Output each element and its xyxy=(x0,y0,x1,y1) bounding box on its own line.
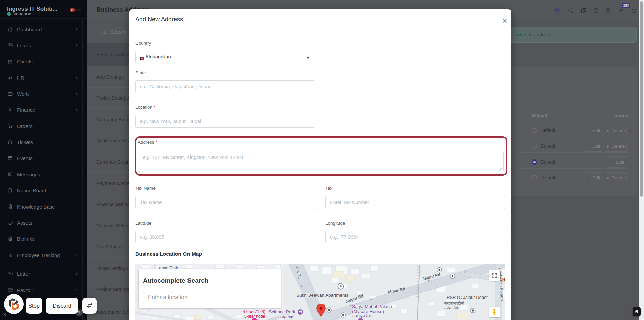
modal-title: Add New Address xyxy=(135,16,183,23)
edit-button[interactable]: Edit xyxy=(584,141,603,152)
sidebar-item-label: HR xyxy=(17,75,24,81)
default-label: Default xyxy=(540,175,555,180)
default-radio[interactable] xyxy=(532,144,537,149)
edit-button-label: Edit xyxy=(592,175,600,180)
delete-button[interactable]: Delete xyxy=(604,141,627,152)
map-label-science-park: Science Park xyxy=(269,309,296,314)
chevron-right-icon xyxy=(74,43,79,48)
sidebar-item-biolinks[interactable]: Biolinks xyxy=(0,231,87,247)
chevron-right-icon xyxy=(74,107,79,112)
brand-mini-logo: IN xyxy=(70,8,75,12)
envelope-icon xyxy=(7,271,13,277)
close-icon[interactable]: ✕ xyxy=(501,17,508,25)
pencil-icon xyxy=(587,144,591,148)
edit-button-label: Edit xyxy=(616,159,624,165)
sidebar-item-employee-tracking[interactable]: Employee Tracking xyxy=(0,247,87,263)
stop-button[interactable]: Stop xyxy=(26,298,42,314)
user-name[interactable]: Vandana xyxy=(13,11,31,16)
location-input[interactable] xyxy=(135,115,315,128)
pegman-button[interactable] xyxy=(489,307,500,317)
map-label-red-fragment: HA xyxy=(502,278,505,282)
edit-button[interactable]: Edit xyxy=(608,156,627,168)
map-container[interactable]: ghan Path ank Rd Jaipur Rd Ajmer Rd Jaip… xyxy=(135,264,505,320)
trash-icon xyxy=(606,176,610,180)
map-label-science-hindi: साइंस पार्क xyxy=(279,315,294,319)
sidebar-item-label: Tickets xyxy=(17,139,33,145)
pencil-icon xyxy=(610,160,614,164)
badge-icon xyxy=(7,236,13,242)
sidebar-item-clients[interactable]: Clients xyxy=(0,53,87,70)
chevron-right-icon xyxy=(74,27,79,32)
sidebar-item-hr[interactable]: HR xyxy=(0,70,87,86)
country-flag xyxy=(140,55,144,61)
star-icon: ★ xyxy=(249,310,253,314)
latitude-input[interactable] xyxy=(135,231,315,243)
map-label-satya-2: (Mysore House) xyxy=(352,309,384,314)
sidebar-item-label: Work xyxy=(17,91,29,97)
edit-button[interactable]: Edit xyxy=(584,125,603,136)
address-textarea[interactable] xyxy=(139,152,504,172)
calendar-icon xyxy=(7,155,13,161)
chat-icon xyxy=(7,172,13,177)
dollar-icon xyxy=(7,107,13,113)
map-label-rsrtc: RSRTC Jaipur Depot xyxy=(447,295,488,300)
latitude-label: Latitude xyxy=(135,221,151,226)
sidebar-item-assets[interactable]: Assets xyxy=(0,215,87,231)
column-header-action: Action xyxy=(614,113,628,118)
idcard-icon xyxy=(7,43,13,48)
autocomplete-input[interactable] xyxy=(143,291,276,304)
default-radio[interactable] xyxy=(532,175,537,180)
sidebar-item-finance[interactable]: Finance xyxy=(0,102,87,118)
location-label-text: Location xyxy=(135,105,152,110)
state-label: State xyxy=(135,70,146,75)
sidebar-item-leads[interactable]: Leads xyxy=(0,37,87,53)
map-label-satya-hindi: सत्य महल पैलेस xyxy=(352,314,373,318)
scrollbar-thumb[interactable] xyxy=(640,1,643,197)
sidebar-item-label: Employee Tracking xyxy=(17,252,60,258)
map-label-rating: 4.6 xyxy=(243,309,248,314)
default-radio[interactable] xyxy=(532,159,537,165)
sidebar-item-messages[interactable]: Messages xyxy=(0,166,87,182)
required-asterisk: * xyxy=(154,105,155,110)
sidebar-item-label: Dashboard xyxy=(17,27,42,32)
location-label: Location* xyxy=(135,105,155,110)
swap-button[interactable] xyxy=(82,298,97,314)
delete-button-label: Delete xyxy=(611,128,625,133)
sidebar-item-notice-board[interactable]: Notice Board xyxy=(0,182,87,198)
longitude-input[interactable] xyxy=(325,231,505,243)
sidebar-item-tickets[interactable]: Tickets xyxy=(0,134,87,150)
sidebar-item-letter[interactable]: Letter xyxy=(0,266,87,282)
tax-name-input[interactable] xyxy=(135,196,315,209)
discard-button[interactable]: Discard xyxy=(46,298,78,314)
tax-input[interactable] xyxy=(325,196,505,209)
pencil-icon xyxy=(587,176,591,180)
map-fullscreen-button[interactable] xyxy=(489,270,500,281)
edit-button[interactable]: Edit xyxy=(584,172,603,183)
tax-label: Tax xyxy=(325,186,332,191)
required-asterisk: * xyxy=(156,140,157,145)
recorder-logo-button[interactable] xyxy=(4,294,24,314)
people-icon xyxy=(7,75,13,81)
page-scrollbar xyxy=(639,0,644,320)
default-label: Default xyxy=(540,128,555,133)
sidebar-divider xyxy=(0,18,87,19)
delete-button-label: Delete xyxy=(611,144,625,149)
default-radio[interactable] xyxy=(532,128,537,133)
country-select[interactable]: Afghanistan xyxy=(135,51,315,63)
sidebar-item-knowledge-base[interactable]: Knowledge Base xyxy=(0,198,87,215)
sidebar-scrollbar[interactable] xyxy=(82,19,83,320)
sidebar-item-work[interactable]: Work xyxy=(0,86,87,102)
address-label-text: Address xyxy=(138,140,154,145)
sidebar-item-orders[interactable]: Orders xyxy=(0,118,87,134)
chevron-right-icon xyxy=(74,75,79,80)
sidebar-item-dashboard[interactable]: Dashboard xyxy=(0,21,87,37)
sidebar-item-label: Notice Board xyxy=(17,188,46,193)
brand-mini-logo-tail xyxy=(75,9,81,11)
delete-button[interactable]: Delete xyxy=(604,125,627,136)
edit-button-label: Edit xyxy=(592,128,600,133)
delete-button[interactable]: Delete xyxy=(604,172,627,183)
document-icon xyxy=(7,204,13,210)
sidebar-item-events[interactable]: Events xyxy=(0,150,87,166)
sidebar-item-label: Orders xyxy=(17,123,33,129)
state-input[interactable] xyxy=(135,80,315,93)
